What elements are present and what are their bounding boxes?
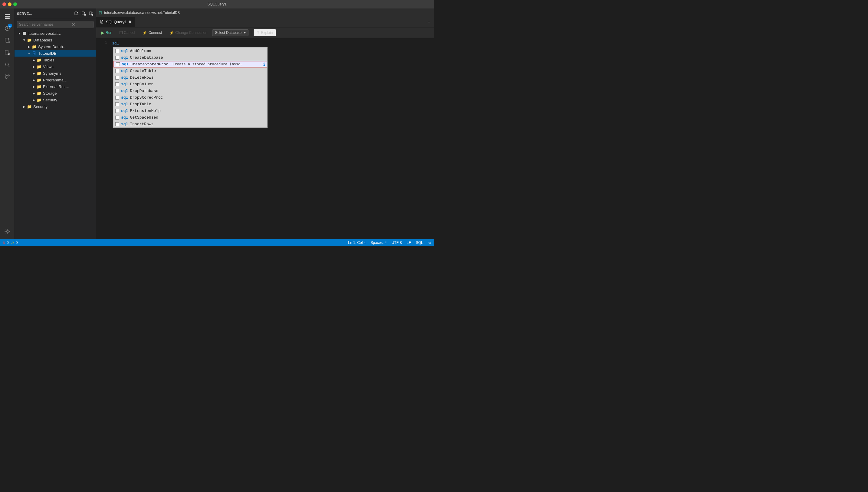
activity-new-query[interactable] xyxy=(2,35,13,46)
sidebar-header: SERVE… xyxy=(15,8,96,19)
autocomplete-item-3[interactable]: sqlCreateTable xyxy=(114,68,267,74)
tables-expand-arrow[interactable]: ▶ xyxy=(31,57,36,62)
tree-synonyms[interactable]: ▶ 📁 Synonyms xyxy=(15,70,96,77)
editor-area[interactable]: 1 sql sqlAddColumnsqlCreateDatabasesqlCr… xyxy=(96,38,434,239)
cancel-button[interactable]: Cancel xyxy=(117,30,138,36)
error-count-label: 0 xyxy=(7,241,9,245)
server-expand-arrow[interactable]: ▼ xyxy=(17,31,22,36)
tree-external-resources[interactable]: ▶ 📁 External Res… xyxy=(15,83,96,90)
svg-rect-2 xyxy=(5,18,10,19)
select-database-dropdown[interactable]: Select Database ▾ xyxy=(212,29,248,36)
ac-suffix-4: DeleteRows xyxy=(130,75,153,80)
autocomplete-item-0[interactable]: sqlAddColumn xyxy=(114,48,267,54)
autocomplete-item-8[interactable]: sqlDropTable xyxy=(114,101,267,107)
autocomplete-checkbox-2 xyxy=(116,62,120,66)
tree-security[interactable]: ▶ 📁 Security xyxy=(15,103,96,110)
connect-label: Connect xyxy=(148,30,162,35)
tutorialdb-icon: 🗄 xyxy=(31,51,37,56)
ac-prefix-0: sql xyxy=(121,49,128,53)
window-title: SQLQuery1 xyxy=(207,2,226,6)
autocomplete-item-11[interactable]: sqlInsertRows xyxy=(114,121,267,127)
synonyms-label: Synonyms xyxy=(43,71,61,76)
new-connection-icon[interactable] xyxy=(81,11,86,16)
security-label: Security xyxy=(33,104,48,109)
programmability-label: Programma… xyxy=(43,78,68,82)
system-db-expand-arrow[interactable]: ▶ xyxy=(27,44,31,49)
tree-programmability[interactable]: ▶ 📁 Programma… xyxy=(15,77,96,83)
storage-expand-arrow[interactable]: ▶ xyxy=(31,91,36,96)
activity-servers[interactable] xyxy=(2,11,13,22)
connect-button[interactable]: ⚡ Connect xyxy=(140,30,164,36)
activity-git[interactable] xyxy=(2,71,13,82)
ac-info-icon-2[interactable]: ℹ xyxy=(263,62,265,67)
security-db-label: Security xyxy=(43,98,57,102)
svg-rect-19 xyxy=(23,34,26,35)
warning-count: ⚠ 0 xyxy=(11,241,18,245)
autocomplete-checkbox-4 xyxy=(115,76,119,80)
ac-suffix-11: InsertRows xyxy=(130,122,153,126)
autocomplete-item-5[interactable]: sqlDropColumn xyxy=(114,81,267,88)
tree-databases[interactable]: ▼ 📁 Databases xyxy=(15,36,96,43)
security-db-expand-arrow[interactable]: ▶ xyxy=(31,97,36,102)
activity-new-connection[interactable] xyxy=(2,47,13,58)
run-button[interactable]: ▶ Run xyxy=(99,29,115,36)
ac-prefix-2: sql xyxy=(122,62,129,67)
security-db-folder-icon: 📁 xyxy=(36,97,42,103)
autocomplete-item-2[interactable]: sqlCreateStoredProcCreate a stored proce… xyxy=(114,61,267,68)
autocomplete-item-4[interactable]: sqlDeleteRows xyxy=(114,74,267,81)
tab-sqlquery1[interactable]: SQLQuery1 xyxy=(96,17,135,27)
tree-tutorialdb[interactable]: ▼ 🗄 TutorialDB xyxy=(15,50,96,56)
minimize-button[interactable] xyxy=(8,2,11,6)
tree-storage[interactable]: ▶ 📁 Storage xyxy=(15,90,96,97)
autocomplete-checkbox-6 xyxy=(115,89,119,93)
tutorialdb-expand-arrow[interactable]: ▼ xyxy=(27,51,31,56)
more-tabs-button[interactable]: ··· xyxy=(423,17,434,27)
editor-text[interactable]: sql xyxy=(111,41,434,46)
search-input[interactable] xyxy=(19,22,71,27)
autocomplete-item-6[interactable]: sqlDropDatabase xyxy=(114,88,267,94)
autocomplete-item-7[interactable]: sqlDropStoredProc xyxy=(114,94,267,101)
programmability-expand-arrow[interactable]: ▶ xyxy=(31,77,36,82)
activity-search[interactable] xyxy=(2,59,13,70)
databases-expand-arrow[interactable]: ▼ xyxy=(22,38,27,42)
tree-system-databases[interactable]: ▶ 📁 System Datab… xyxy=(15,43,96,50)
autocomplete-item-1[interactable]: sqlCreateDatabase xyxy=(114,54,267,61)
autocomplete-checkbox-10 xyxy=(115,116,119,120)
explain-button[interactable]: ⊞ Explain xyxy=(254,29,276,36)
tree-views[interactable]: ▶ 📁 Views xyxy=(15,63,96,70)
ac-suffix-0: AddColumn xyxy=(130,49,151,53)
disconnect-icon[interactable] xyxy=(89,11,94,16)
maximize-button[interactable] xyxy=(13,2,17,6)
autocomplete-item-9[interactable]: sqlExtensionHelp xyxy=(114,107,267,114)
close-icon[interactable]: ✕ xyxy=(72,22,75,27)
synonyms-folder-icon: 📁 xyxy=(36,71,42,76)
tree-view: ▼ tutorialserver.dat… ▼ 📁 Databases xyxy=(15,30,96,239)
close-button[interactable] xyxy=(2,2,6,6)
activity-history[interactable]: 1 xyxy=(2,23,13,34)
server-icon xyxy=(22,30,27,36)
warning-icon: ⚠ xyxy=(11,241,15,245)
autocomplete-dropdown[interactable]: sqlAddColumnsqlCreateDatabasesqlCreateSt… xyxy=(113,47,268,128)
activity-settings[interactable] xyxy=(2,226,13,237)
search-box[interactable]: ✕ xyxy=(17,21,94,28)
tree-security-db[interactable]: ▶ 📁 Security xyxy=(15,97,96,103)
ac-prefix-4: sql xyxy=(121,75,128,80)
encoding-info: UTF-8 xyxy=(392,241,402,245)
ac-prefix-3: sql xyxy=(121,69,128,73)
error-icon: ⊗ xyxy=(2,241,5,245)
warning-count-label: 0 xyxy=(16,241,18,245)
cancel-label: Cancel xyxy=(124,30,135,35)
autocomplete-item-10[interactable]: sqlGetSpaceUsed xyxy=(114,114,267,121)
security-expand-arrow[interactable]: ▶ xyxy=(22,104,27,109)
cursor-position: Ln 1, Col 4 xyxy=(348,241,366,245)
external-resources-expand-arrow[interactable]: ▶ xyxy=(31,84,36,89)
language-info: SQL xyxy=(416,241,423,245)
change-connection-button[interactable]: ⚡ Change Connection xyxy=(167,30,210,36)
tree-server[interactable]: ▼ tutorialserver.dat… xyxy=(15,30,96,36)
synonyms-expand-arrow[interactable]: ▶ xyxy=(31,71,36,76)
storage-folder-icon: 📁 xyxy=(36,91,42,96)
databases-folder-icon: 📁 xyxy=(27,37,32,43)
new-query-icon[interactable] xyxy=(74,11,79,16)
views-expand-arrow[interactable]: ▶ xyxy=(31,64,36,69)
tree-tables[interactable]: ▶ 📁 Tables xyxy=(15,56,96,63)
